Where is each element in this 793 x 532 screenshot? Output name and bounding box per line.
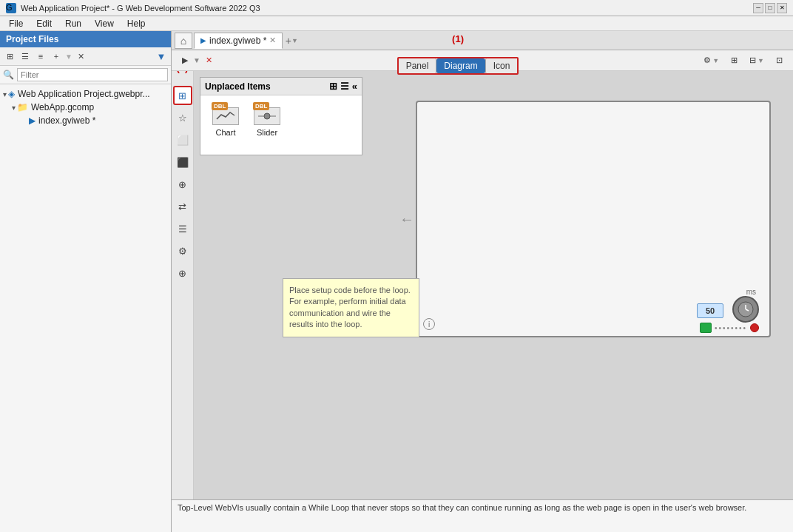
settings-button[interactable]: ⚙ ▼ xyxy=(699,53,723,69)
info-icon[interactable]: i xyxy=(423,318,435,330)
tab-close-icon[interactable]: ✕ xyxy=(269,36,276,45)
project-files-title: Project Files xyxy=(6,34,58,44)
functions-button[interactable]: ⬛ xyxy=(173,152,192,172)
tree-item-index[interactable]: ▸ ▶ index.gviweb * xyxy=(0,114,171,127)
controls-icon: ⬜ xyxy=(177,135,189,146)
chart-widget[interactable]: DBL Chart xyxy=(212,107,239,143)
unplaced-items-button[interactable]: ⊞ xyxy=(173,86,192,105)
dashed-wire-icon: •••••••• xyxy=(715,324,747,332)
transfer-icon: ⇄ xyxy=(178,201,186,212)
unplaced-content: DBL Chart DBL xyxy=(200,95,362,155)
active-sidebar-btn-container: ⊞ xyxy=(173,86,192,105)
maximize-button[interactable]: □ xyxy=(765,3,775,13)
webapp-label: WebApp.gcomp xyxy=(31,102,94,112)
project-icon: ◈ xyxy=(8,89,15,99)
new-item-button[interactable]: ⊞ xyxy=(3,50,16,63)
add-icon: + xyxy=(286,35,291,47)
add-button[interactable]: + xyxy=(50,50,63,63)
clock-svg xyxy=(737,300,755,318)
transfer-button[interactable]: ⇄ xyxy=(173,197,192,216)
editor-toolbar: ▶ ▼ ✕ (1) Panel Diagram Icon xyxy=(172,50,793,71)
list-button[interactable]: ☰ xyxy=(173,219,192,238)
slider-widget[interactable]: DBL Slider xyxy=(254,107,280,143)
align-button[interactable]: ⊟ ▼ xyxy=(745,53,769,69)
window-button[interactable]: ⊡ xyxy=(772,53,787,69)
chart-label: Chart xyxy=(216,128,236,137)
expand-button[interactable]: ⊞ xyxy=(726,53,742,69)
timer-icon xyxy=(732,296,759,323)
timer-number: 50 xyxy=(706,306,715,315)
unplaced-panel-header: Unplaced Items ⊞ ☰ « xyxy=(200,78,362,95)
content-area: (2) ⊞ ☆ ⬜ ⬛ ⊕ ⇄ ☰ ⚙ ⊕ xyxy=(172,71,793,499)
setup-code-text: Place setup code before the loop. For ex… xyxy=(289,285,413,331)
separator1: ▼ xyxy=(65,53,72,61)
timer-unit: ms xyxy=(746,288,756,296)
delete-button[interactable]: ✕ xyxy=(75,50,88,63)
add-tab-button[interactable]: + ▼ xyxy=(284,33,299,48)
loop-bottom-controls: •••••••• xyxy=(700,323,759,333)
addon-button[interactable]: ⊕ xyxy=(173,175,192,194)
run-icon: ▶ xyxy=(182,55,188,65)
menu-run[interactable]: Run xyxy=(59,17,87,30)
center-content: Unplaced Items ⊞ ☰ « DBL xyxy=(194,71,793,499)
menu-bar: File Edit Run View Help xyxy=(0,16,793,31)
project-files-toolbar: ⊞ ☰ ≡ + ▼ ✕ ▼ xyxy=(0,47,171,66)
controls-button[interactable]: ⬜ xyxy=(173,130,192,149)
vertical-sidebar: (2) ⊞ ☆ ⬜ ⬛ ⊕ ⇄ ☰ ⚙ ⊕ xyxy=(172,71,194,499)
filter-button[interactable]: ▼ xyxy=(155,50,168,63)
slider-dbl-badge: DBL xyxy=(253,102,269,110)
folder-icon: 📁 xyxy=(17,102,28,112)
main-layout: Project Files ⊞ ☰ ≡ + ▼ ✕ ▼ 🔍 ▾ ◈ Web Ap… xyxy=(0,31,793,532)
plug-icon: ⊕ xyxy=(178,268,186,279)
project-label: Web Application Project.gwebpr... xyxy=(18,89,150,99)
continue-button[interactable] xyxy=(700,323,712,333)
loop-left-arrow-icon: ← xyxy=(399,211,414,228)
list-view2-button[interactable]: ≡ xyxy=(34,50,47,63)
right-area: ⌂ ▶ index.gviweb * ✕ + ▼ ▶ ▼ ✕ xyxy=(172,31,793,532)
gear-button[interactable]: ⚙ xyxy=(173,241,192,260)
star-icon: ☆ xyxy=(178,112,187,124)
left-panel: Project Files ⊞ ☰ ≡ + ▼ ✕ ▼ 🔍 ▾ ◈ Web Ap… xyxy=(0,31,172,532)
tree-item-webapp[interactable]: ▾ 📁 WebApp.gcomp xyxy=(0,101,171,114)
slider-svg-icon xyxy=(257,110,277,122)
menu-edit[interactable]: Edit xyxy=(30,17,58,30)
menu-view[interactable]: View xyxy=(89,17,120,30)
list-view-button[interactable]: ☰ xyxy=(18,50,32,63)
tree-arrow-project: ▾ xyxy=(3,90,7,98)
annotation-1-label: (1) xyxy=(452,33,464,44)
tree-item-project[interactable]: ▾ ◈ Web Application Project.gwebpr... xyxy=(0,87,171,101)
list-view-icon[interactable]: ☰ xyxy=(340,81,349,92)
right-toolbar-buttons: ⚙ ▼ ⊞ ⊟ ▼ ⊡ xyxy=(699,53,787,69)
tab-label: index.gviweb * xyxy=(209,36,266,46)
menu-file[interactable]: File xyxy=(3,17,29,30)
close-button[interactable]: ✕ xyxy=(777,3,787,13)
tree-arrow-webapp: ▾ xyxy=(12,104,16,112)
collapse-icon[interactable]: « xyxy=(352,81,357,92)
dropdown-arrow-icon: ▼ xyxy=(291,37,298,44)
thumbnail-view-icon[interactable]: ⊞ xyxy=(329,81,337,92)
view-selector: (1) Panel Diagram Icon xyxy=(220,47,696,75)
annotation-1-container: (1) Panel Diagram Icon xyxy=(397,47,519,75)
status-bar: Top-Level WebVIs usually contain a While… xyxy=(172,499,793,532)
stop-button[interactable]: ✕ xyxy=(201,53,217,69)
favorites-button[interactable]: ☆ xyxy=(173,108,192,127)
search-icon: 🔍 xyxy=(3,70,14,80)
index-label: index.gviweb * xyxy=(38,115,95,126)
menu-help[interactable]: Help xyxy=(121,17,152,30)
minimize-button[interactable]: ─ xyxy=(753,3,763,13)
home-tab-button[interactable]: ⌂ xyxy=(175,33,192,49)
window-title: Web Application Project* - G Web Develop… xyxy=(21,4,749,13)
addon-icon: ⊕ xyxy=(178,179,186,190)
unplaced-items-panel: Unplaced Items ⊞ ☰ « DBL xyxy=(200,77,362,155)
run-button[interactable]: ▶ xyxy=(178,53,192,69)
slider-label: Slider xyxy=(257,128,277,137)
timer-value: 50 xyxy=(697,303,723,318)
plug-button[interactable]: ⊕ xyxy=(173,263,192,283)
chart-widget-icon: DBL xyxy=(212,107,239,125)
gear-icon: ⚙ xyxy=(178,246,187,257)
unplaced-title: Unplaced Items xyxy=(205,81,326,92)
tab-icon: ▶ xyxy=(200,36,206,44)
window-controls: ─ □ ✕ xyxy=(753,3,787,13)
filter-input[interactable] xyxy=(17,68,168,81)
file-tree: ▾ ◈ Web Application Project.gwebpr... ▾ … xyxy=(0,84,171,532)
